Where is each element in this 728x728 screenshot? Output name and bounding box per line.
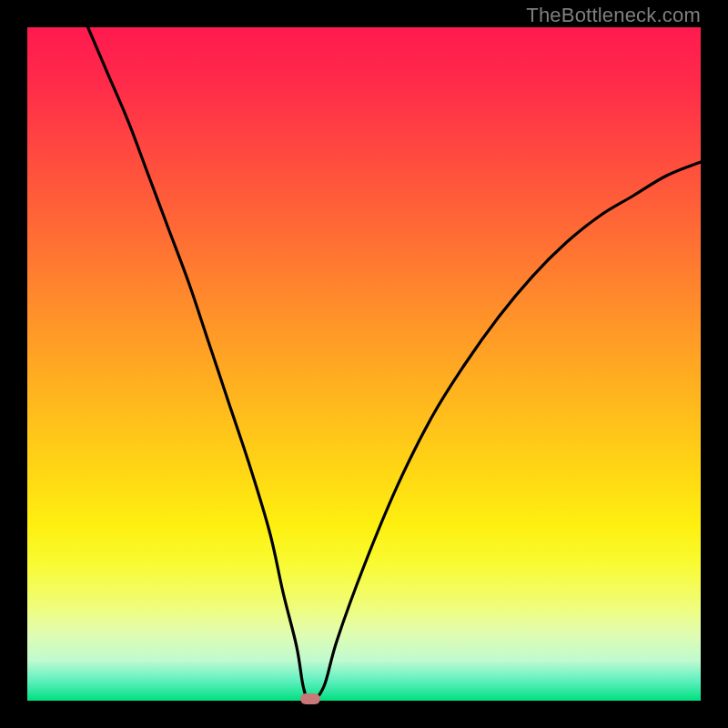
bottleneck-curve	[88, 27, 701, 701]
plot-area	[27, 27, 701, 701]
curve-svg	[27, 27, 701, 701]
watermark-text: TheBottleneck.com	[526, 4, 701, 27]
chart-frame: TheBottleneck.com	[0, 0, 728, 728]
optimal-point-marker	[300, 693, 320, 704]
